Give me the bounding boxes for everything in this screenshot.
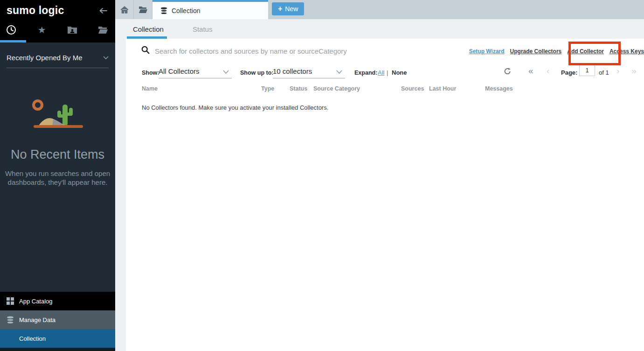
show-dropdown-value: All Collectors <box>159 67 200 75</box>
no-recent-items-caption: When you run searches and open dashboard… <box>0 169 115 187</box>
upgrade-collectors-link[interactable]: Upgrade Collectors <box>510 48 562 55</box>
search-input[interactable] <box>155 42 444 59</box>
show-up-to-label: Show up to: <box>240 70 274 76</box>
page-of-text: of 1 <box>599 69 609 76</box>
column-header-sources[interactable]: Sources <box>401 85 424 92</box>
sidebar-bottom-menu: App Catalog Manage Data Collection <box>0 292 115 351</box>
quick-links: Setup Wizard Upgrade Collectors Add Coll… <box>469 48 644 55</box>
page-number-input[interactable] <box>579 64 595 76</box>
show-label: Show: <box>142 70 159 76</box>
show-collectors-dropdown[interactable]: All Collectors <box>159 67 232 78</box>
column-header-name[interactable]: Name <box>142 85 158 92</box>
sidebar-item-manage-data[interactable]: Manage Data <box>0 310 115 329</box>
setup-wizard-link[interactable]: Setup Wizard <box>469 48 505 55</box>
sidebar-header: sumo logic <box>0 0 115 21</box>
expand-separator: | <box>387 69 388 76</box>
chevron-down-icon <box>336 70 342 74</box>
expand-all-link[interactable]: All <box>378 69 384 76</box>
new-button-label: New <box>285 5 298 13</box>
new-button[interactable]: + New <box>272 2 304 15</box>
recents-clock-icon[interactable] <box>6 24 17 35</box>
show-up-to-value: 10 collectors <box>273 67 312 75</box>
tab-label: Collection <box>172 7 200 14</box>
search-row: Setup Wizard Upgrade Collectors Add Coll… <box>126 39 644 63</box>
shared-folder-person-icon[interactable] <box>67 24 78 35</box>
app-grid-icon <box>7 297 15 305</box>
menu-item-label: Manage Data <box>19 316 55 323</box>
last-page-button[interactable]: » <box>631 68 637 74</box>
top-tab-strip: Collection + New <box>115 0 644 19</box>
library-folder-icon[interactable] <box>97 24 109 35</box>
no-collectors-message: No Collectors found. Make sure you activ… <box>142 104 644 111</box>
recent-items-dropdown[interactable]: Recently Opened By Me <box>7 54 109 68</box>
refresh-icon[interactable] <box>504 67 512 75</box>
add-collector-link[interactable]: Add Collector <box>567 48 604 55</box>
home-icon <box>120 6 129 14</box>
no-recent-items-title: No Recent Items <box>0 147 115 162</box>
subtab-collection[interactable]: Collection <box>133 25 164 33</box>
menu-item-label: Collection <box>19 335 46 342</box>
desert-cactus-illustration <box>25 97 90 134</box>
page-label: Page: <box>561 69 577 76</box>
column-header-source-category[interactable]: Source Category <box>313 85 360 92</box>
collectors-table-header: Name Type Status Source Category Sources… <box>126 83 644 98</box>
show-up-to-dropdown[interactable]: 10 collectors <box>273 67 345 78</box>
sidebar-empty-state: No Recent Items When you run searches an… <box>0 97 115 187</box>
filter-row: Show: All Collectors Show up to: 10 coll… <box>126 63 644 83</box>
expand-none-link[interactable]: None <box>392 69 407 76</box>
sidebar-item-collection[interactable]: Collection <box>0 329 115 348</box>
column-header-last-hour[interactable]: Last Hour <box>429 85 456 92</box>
chevron-down-icon <box>103 56 109 60</box>
sumo-logic-logo: sumo logic <box>7 4 64 17</box>
main-area: Collection + New Collection Status Setup… <box>115 0 644 351</box>
favorites-star-icon[interactable]: ★ <box>36 24 48 35</box>
active-icon-tab-underline <box>0 40 26 42</box>
first-page-button[interactable]: « <box>528 68 533 74</box>
library-tab-button[interactable] <box>134 0 152 19</box>
collapse-sidebar-icon[interactable] <box>98 7 108 14</box>
sidebar-next-item-edge <box>0 348 115 351</box>
access-keys-link[interactable]: Access Keys <box>609 48 644 55</box>
sidebar-item-app-catalog[interactable]: App Catalog <box>0 292 115 310</box>
home-tab-button[interactable] <box>115 0 134 19</box>
folder-icon <box>138 6 148 14</box>
prev-page-button[interactable]: ‹ <box>547 68 549 74</box>
sub-tab-bar: Collection Status <box>115 19 644 39</box>
search-icon <box>141 46 150 54</box>
database-icon <box>160 7 167 14</box>
left-sidebar: sumo logic ★ <box>0 0 115 351</box>
database-icon <box>7 316 15 324</box>
column-header-messages[interactable]: Messages <box>485 85 513 92</box>
menu-item-label: App Catalog <box>19 298 53 305</box>
recent-dropdown-label: Recently Opened By Me <box>7 54 83 62</box>
column-header-status[interactable]: Status <box>290 85 307 92</box>
sidebar-icon-tabs: ★ <box>0 21 115 42</box>
next-page-button[interactable]: › <box>616 68 619 74</box>
collection-panel: Setup Wizard Upgrade Collectors Add Coll… <box>126 39 644 351</box>
subtab-status[interactable]: Status <box>193 25 213 33</box>
plus-icon: + <box>278 5 282 13</box>
chevron-down-icon <box>223 70 229 74</box>
tab-collection[interactable]: Collection <box>152 0 268 19</box>
column-header-type[interactable]: Type <box>261 85 274 92</box>
expand-label: Expand: <box>354 70 377 76</box>
